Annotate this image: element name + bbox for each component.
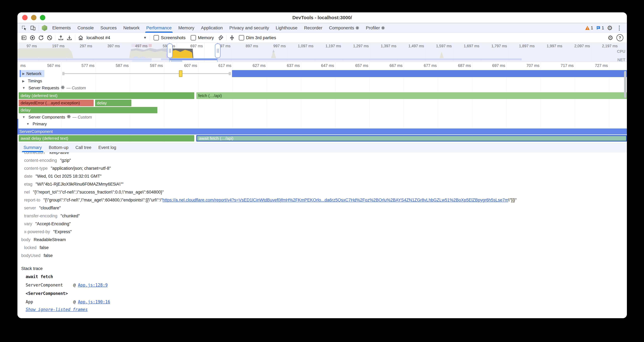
dim-3rd-parties-label: Dim 3rd parties — [246, 35, 276, 40]
flame-bar-await-fetch-api[interactable]: await fetch (…/api) — [196, 135, 627, 142]
bottom-tab-summary[interactable]: Summary — [20, 143, 45, 152]
overview-tick-label: 1,097 ms — [298, 44, 314, 48]
home-icon[interactable] — [76, 34, 85, 42]
bottom-tab-bottom-up[interactable]: Bottom-up — [45, 143, 72, 152]
flame-bar-delay[interactable]: delay — [19, 107, 157, 113]
download-profile-icon[interactable] — [65, 34, 74, 42]
stack-trace-title: Stack trace — [21, 265, 627, 272]
detail-row-etag: etag"W/\"4b1-RjEJloX9kRinu6F0MAZMmy6E5iA… — [21, 180, 627, 188]
network-request-bar[interactable] — [232, 70, 627, 77]
server-requests-track-header[interactable]: ▼ Server Requests — Custom — [22, 85, 86, 91]
reload-icon[interactable] — [37, 34, 45, 42]
flame-bar-delayederror-ayed-exception[interactable]: delayedError (…ayed exception) — [19, 100, 94, 106]
flame-bar-delay-deferred-text[interactable]: delay (deferred text) — [19, 92, 194, 99]
divider — [226, 35, 226, 41]
inspect-element-icon[interactable] — [20, 25, 28, 32]
atom-icon — [381, 26, 385, 30]
checkbox-box[interactable] — [191, 35, 196, 41]
bottom-tab-event-log[interactable]: Event log — [95, 143, 120, 152]
overview-tick-label: 97 ms — [26, 44, 37, 48]
network-track-header[interactable]: ▶ Network — [20, 70, 44, 77]
selection-handle-right[interactable] — [215, 44, 220, 58]
help-icon[interactable]: ? — [616, 34, 624, 41]
primary-group-header[interactable]: ▼ Primary — [26, 122, 47, 126]
overview-tick-label: 2,197 ms — [602, 44, 618, 48]
source-location-link[interactable]: App.js:190:16 — [78, 298, 110, 306]
memory-checkbox[interactable]: Memory — [191, 35, 214, 41]
tab-performance[interactable]: Performance — [143, 23, 175, 33]
flame-bar-servercomponent[interactable]: ServerComponent — [18, 129, 627, 135]
summary-details-pane[interactable]: connection"keep-alive"content-encoding"g… — [18, 152, 627, 318]
atom-icon — [61, 85, 65, 91]
checkbox-box[interactable] — [154, 35, 159, 41]
collapse-sections-icon[interactable] — [228, 34, 236, 42]
detail-value: "gzip" — [60, 158, 71, 163]
profile-select[interactable]: localhost #4 ▼ — [85, 34, 148, 42]
flame-bar-fetch-api[interactable]: fetch (…/api) — [196, 92, 627, 99]
flame-bar-await-delay-deferred-text[interactable]: await delay (deferred text) — [19, 135, 194, 142]
tab-memory[interactable]: Memory — [175, 23, 198, 33]
net-lane-label: NET — [618, 58, 625, 62]
settings-gear-icon[interactable]: ⚙ — [607, 25, 612, 31]
flame-bar-delay[interactable]: delay — [95, 100, 131, 106]
tab-privacy-and-security[interactable]: Privacy and security — [226, 23, 272, 33]
flame-chart-tracks[interactable]: ms567 ms577 ms587 ms597 ms607 ms617 ms62… — [18, 62, 627, 143]
server-components-track-header[interactable]: ▼ Server Components — Custom — [22, 115, 92, 120]
record-reload-icon[interactable] — [28, 34, 37, 42]
garbage-collect-icon[interactable] — [216, 34, 225, 42]
stack-frame-await-fetch: await fetch — [26, 272, 627, 281]
detail-row-x-powered-by: x-powered-by"Express" — [21, 228, 627, 236]
titlebar: DevTools - localhost:3000/ — [18, 12, 627, 23]
tab-application[interactable]: Application — [198, 23, 226, 33]
warning-badge[interactable]: 1 — [585, 26, 593, 31]
detail-value: false — [40, 245, 49, 250]
stack-frame-name: <ServerComponent> — [26, 289, 73, 298]
server-requests-row: delay (deferred text)fetch (…/api) — [18, 92, 627, 99]
device-toolbar-icon[interactable] — [28, 25, 38, 32]
vertical-scrollbar[interactable] — [624, 71, 626, 98]
flame-bar-label: delay — [19, 108, 32, 113]
custom-annotation: — Custom — [72, 115, 92, 120]
divider — [150, 35, 150, 41]
memory-label: Memory — [198, 35, 214, 40]
network-event-marker[interactable] — [179, 70, 182, 77]
show-ignore-listed-frames-link[interactable]: Show ignore-listed frames — [26, 307, 88, 312]
issues-badge[interactable]: 1 — [596, 26, 604, 31]
tab-label: Privacy and security — [229, 25, 269, 31]
overview-tick-label: 1,997 ms — [547, 44, 562, 48]
overview-tick-label: 2,097 ms — [574, 44, 590, 48]
ruler-tick-label: 627 ms — [252, 63, 266, 68]
record-toggle-icon[interactable] — [20, 34, 28, 42]
upload-profile-icon[interactable] — [56, 34, 65, 42]
issues-count: 1 — [602, 26, 604, 31]
tab-lighthouse[interactable]: Lighthouse — [272, 23, 301, 33]
capture-settings-gear-icon[interactable]: ⚙ — [608, 35, 613, 41]
timings-track-header[interactable]: ▶ Timings — [22, 79, 42, 84]
network-track-row[interactable]: ▶ Network — [18, 70, 627, 77]
bottom-tab-call-tree[interactable]: Call tree — [72, 143, 95, 152]
selection-handle-left[interactable] — [167, 44, 173, 58]
tab-sources[interactable]: Sources — [97, 23, 120, 33]
detail-row-connection: connection"keep-alive" — [21, 152, 627, 156]
screenshots-checkbox[interactable]: Screenshots — [154, 35, 186, 41]
ruler-tick-label: 707 ms — [526, 63, 540, 68]
devtools-window: DevTools - localhost:3000/ ElementsConso… — [18, 12, 627, 318]
report-endpoint-link[interactable]: https://a.nel.cloudflare.com/report/v4?s… — [162, 198, 508, 202]
tab-profiler[interactable]: Profiler — [362, 23, 388, 33]
flame-bar-label: delay (deferred text) — [19, 93, 60, 98]
tab-label: Lighthouse — [276, 25, 298, 31]
tab-recorder[interactable]: Recorder — [301, 23, 326, 33]
clear-icon[interactable] — [45, 34, 54, 42]
dim-3rd-parties-checkbox[interactable]: Dim 3rd parties — [239, 35, 276, 41]
tab-components[interactable]: Components — [326, 23, 362, 33]
ruler-tick-label: 727 ms — [595, 63, 608, 68]
overview-tick-label: 397 ms — [108, 44, 120, 48]
source-location-link[interactable]: App.js:128:9 — [78, 281, 108, 289]
checkbox-box[interactable] — [239, 35, 244, 41]
tab-network[interactable]: Network — [120, 23, 143, 33]
at-symbol: @ — [73, 281, 76, 289]
tab-console[interactable]: Console — [74, 23, 97, 33]
timeline-overview[interactable]: CPU NET 97 ms197 ms297 ms397 ms497 ms597… — [18, 43, 627, 62]
tab-elements[interactable]: Elements — [49, 23, 74, 33]
more-options-icon[interactable]: ⋮ — [616, 25, 623, 31]
